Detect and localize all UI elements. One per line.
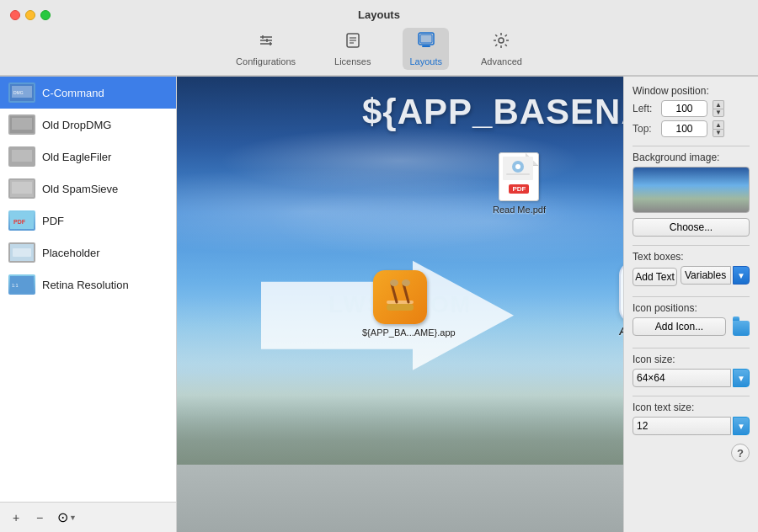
app-icon-label: ${APP_BA...AME}.app — [362, 327, 438, 338]
actions-icon: ⊙ — [57, 509, 68, 525]
top-stepper-up[interactable]: ▲ — [713, 120, 724, 129]
top-label: Top: — [633, 123, 658, 135]
svg-point-31 — [515, 164, 520, 169]
tab-licenses[interactable]: Licenses — [328, 28, 377, 70]
remove-layout-button[interactable]: − — [30, 508, 49, 527]
sidebar-thumb-placeholder — [8, 242, 35, 263]
window-position-section: Window position: Left: ▲ ▼ Top: ▲ ▼ — [633, 85, 750, 137]
help-button[interactable]: ? — [731, 444, 750, 462]
sidebar-footer: + − ⊙ ▼ — [0, 502, 176, 532]
right-panel: Window position: Left: ▲ ▼ Top: ▲ ▼ Bac — [623, 77, 758, 532]
minimize-button[interactable] — [25, 10, 35, 20]
app-icon-container[interactable]: ${APP_BA...AME}.app — [362, 270, 438, 338]
tab-licenses-label: Licenses — [334, 56, 371, 66]
add-icon-label: Add Icon... — [655, 321, 703, 332]
svg-text:DMG: DMG — [13, 90, 24, 95]
sidebar-thumb-old-spamsieve — [8, 178, 35, 199]
icon-size-select[interactable]: 64×64 — [633, 369, 731, 387]
canvas-area: ${APP_BASENAME} LWSC.COM — [177, 77, 623, 532]
divider-1 — [633, 146, 750, 146]
icon-text-size-section: Icon text size: 12 ▼ — [633, 402, 750, 435]
text-boxes-section: Text boxes: Add Text Variables ▼ — [633, 251, 750, 288]
left-stepper-down[interactable]: ▼ — [713, 109, 724, 117]
background-image-section: Background image: Choose... — [633, 152, 750, 237]
background-image-label: Background image: — [633, 152, 750, 163]
sidebar-thumb-pdf: PDF — [8, 210, 35, 231]
icon-text-size-select[interactable]: 12 — [633, 417, 731, 435]
close-button[interactable] — [10, 10, 20, 20]
pdf-badge: PDF — [509, 184, 529, 194]
choose-background-label: Choose... — [670, 221, 713, 233]
sidebar-item-old-eaglefiler[interactable]: Old EagleFiler — [0, 141, 176, 173]
icon-positions-controls: Add Icon... — [633, 317, 750, 339]
configurations-icon — [257, 31, 275, 54]
tab-advanced-label: Advanced — [481, 56, 522, 66]
applications-folder-container[interactable]: A Applications — [619, 262, 623, 338]
left-stepper-up[interactable]: ▲ — [713, 100, 724, 109]
top-stepper-down[interactable]: ▼ — [713, 129, 724, 137]
sidebar-item-old-spamsieve[interactable]: Old SpamSieve — [0, 173, 176, 205]
licenses-icon — [344, 31, 362, 54]
tab-layouts[interactable]: Layouts — [403, 28, 449, 70]
top-stepper: ▲ ▼ — [713, 120, 724, 137]
svg-rect-33 — [380, 277, 420, 317]
canvas-background: ${APP_BASENAME} LWSC.COM — [177, 77, 623, 532]
icon-positions-section: Icon positions: Add Icon... — [633, 302, 750, 339]
sidebar-label-placeholder: Placeholder — [42, 247, 100, 259]
icon-text-size-arrow-button[interactable]: ▼ — [733, 417, 750, 435]
icon-positions-label: Icon positions: — [633, 302, 750, 314]
sidebar-item-c-command[interactable]: DMG C-Command — [0, 77, 176, 109]
add-layout-button[interactable]: + — [7, 508, 25, 527]
svg-rect-18 — [12, 118, 32, 130]
svg-line-35 — [392, 284, 397, 302]
pdf-icon-container[interactable]: PDF Read Me.pdf — [493, 152, 546, 215]
svg-rect-26 — [13, 248, 31, 257]
add-text-button[interactable]: Add Text — [633, 268, 677, 286]
choose-background-button[interactable]: Choose... — [633, 218, 750, 237]
applications-folder-label: Applications — [619, 326, 623, 338]
sidebar-item-retina-resolution[interactable]: 1:1 Retina Resolution — [0, 269, 176, 301]
toolbar: Configurations Licenses — [229, 28, 529, 70]
sidebar-item-placeholder[interactable]: Placeholder — [0, 237, 176, 269]
sidebar-item-pdf[interactable]: PDF PDF — [0, 205, 176, 237]
svg-rect-20 — [12, 150, 32, 162]
icon-size-section: Icon size: 64×64 ▼ — [633, 354, 750, 387]
variables-select[interactable]: Variables — [681, 266, 731, 285]
sidebar-label-retina-resolution: Retina Resolution — [42, 279, 129, 291]
traffic-lights — [10, 10, 51, 20]
maximize-button[interactable] — [40, 10, 51, 20]
svg-text:1:1: 1:1 — [12, 283, 19, 288]
svg-text:PDF: PDF — [13, 219, 26, 225]
main-content: DMG C-Command Old DropDMG Old EagleFiler — [0, 76, 758, 532]
folder-icon[interactable] — [733, 321, 750, 336]
svg-rect-22 — [12, 182, 32, 194]
icon-size-label: Icon size: — [633, 354, 750, 365]
icon-size-row: 64×64 ▼ — [633, 369, 750, 387]
advanced-icon — [492, 31, 510, 54]
background-image-preview[interactable] — [633, 167, 750, 213]
tab-configurations[interactable]: Configurations — [229, 28, 302, 70]
applications-folder-icon: A — [619, 262, 623, 322]
window-position-left-row: Left: ▲ ▼ — [633, 100, 750, 117]
divider-4 — [633, 348, 750, 348]
divider-2 — [633, 245, 750, 246]
sidebar-item-old-dropdmg[interactable]: Old DropDMG — [0, 109, 176, 141]
pdf-document-icon: PDF — [499, 152, 539, 201]
left-value-input[interactable] — [661, 100, 707, 117]
actions-menu-button[interactable]: ⊙ ▼ — [54, 508, 80, 527]
add-icon-button[interactable]: Add Icon... — [633, 317, 726, 336]
svg-rect-32 — [506, 173, 530, 175]
icon-text-size-label: Icon text size: — [633, 402, 750, 413]
sidebar-label-old-dropdmg: Old DropDMG — [42, 119, 111, 131]
top-value-input[interactable] — [661, 120, 707, 137]
svg-line-37 — [403, 284, 408, 302]
sidebar: DMG C-Command Old DropDMG Old EagleFiler — [0, 77, 177, 532]
sidebar-label-c-command: C-Command — [42, 87, 104, 99]
svg-rect-12 — [422, 45, 430, 47]
variables-arrow-button[interactable]: ▼ — [733, 266, 750, 285]
text-boxes-controls: Add Text Variables ▼ — [633, 266, 750, 288]
tab-advanced[interactable]: Advanced — [474, 28, 529, 70]
icon-size-arrow-button[interactable]: ▼ — [733, 369, 750, 387]
pdf-icon-label: Read Me.pdf — [493, 205, 546, 215]
svg-rect-11 — [420, 35, 432, 43]
